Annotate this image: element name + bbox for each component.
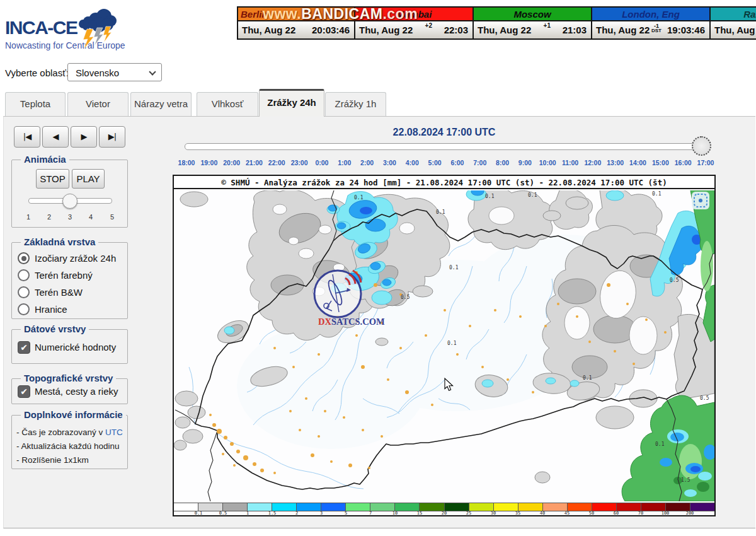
hour-label-3-00[interactable]: 3:00: [378, 159, 401, 166]
svg-text:0.5: 0.5: [670, 277, 679, 283]
svg-text:0.1: 0.1: [652, 191, 662, 197]
hour-label-0-00[interactable]: 0:00: [311, 159, 333, 166]
hour-label-2-00[interactable]: 2:00: [356, 159, 379, 166]
radio-dot: [21, 256, 26, 261]
map-title: © SHMÚ - Analýza zrážok za 24 hod [mm] -…: [174, 176, 714, 189]
svg-text:0.5: 0.5: [700, 395, 709, 401]
tab-vlhkos-[interactable]: Vlhkosť: [197, 92, 258, 116]
locate-icon[interactable]: [692, 192, 709, 209]
tab-zr-ky-24h[interactable]: Zrážky 24h: [259, 89, 324, 117]
hour-label-1-00[interactable]: 1:00: [333, 159, 356, 166]
clock-time: 19:03:46: [667, 25, 705, 35]
hour-label-20-00[interactable]: 20:00: [220, 159, 243, 166]
info-line-update: - Aktualizácia každú hodinu: [16, 441, 120, 451]
base-layer-legend: Základná vrstva: [21, 236, 98, 247]
colorbar-segment: [395, 503, 420, 511]
hour-label-22-00[interactable]: 22:00: [265, 159, 288, 166]
radio-icon[interactable]: [18, 269, 30, 281]
colorbar-label-5: 5: [337, 511, 355, 516]
clock-date-row: Thu, Aug 22+222:03: [355, 21, 472, 38]
nav-last-button[interactable]: ▶|: [99, 126, 125, 148]
clock-city-name: London, Eng: [592, 8, 709, 21]
nav-first-button[interactable]: |◀: [14, 126, 40, 148]
hour-label-7-00[interactable]: 7:00: [469, 159, 491, 166]
svg-text:0.5: 0.5: [401, 294, 410, 300]
colorbar-label-0.5: 0.5: [214, 511, 232, 516]
hour-label-10-00[interactable]: 10:00: [536, 159, 559, 166]
checkbox-label: Mestá, cesty a rieky: [35, 386, 118, 397]
region-select[interactable]: Slovensko: [67, 63, 162, 81]
animation-speed-slider-thumb[interactable]: [62, 194, 77, 209]
nav-prev-button[interactable]: ◀: [42, 126, 69, 148]
clock-date-text: Thu, Aug 22: [359, 25, 413, 35]
hour-label-19-00[interactable]: 19:00: [198, 159, 220, 166]
hour-label-23-00[interactable]: 23:00: [288, 159, 311, 166]
colorbar-segment: [617, 503, 641, 511]
radio-icon[interactable]: [18, 303, 30, 315]
colorbar-label-40: 40: [534, 511, 551, 516]
info-legend: Doplnkové informácie: [21, 409, 126, 420]
hour-label-8-00[interactable]: 8:00: [491, 159, 514, 166]
radio-label: Izočiary zrážok 24h: [35, 253, 116, 264]
colorbar-label-3: 3: [312, 511, 330, 516]
svg-text:1.5: 1.5: [681, 477, 690, 483]
colorbar-label-25: 25: [460, 511, 478, 516]
colorbar-segment: [420, 503, 444, 511]
hour-label-11-00[interactable]: 11:00: [559, 159, 581, 166]
hour-label-21-00[interactable]: 21:00: [243, 159, 265, 166]
hour-label-5-00[interactable]: 5:00: [423, 159, 446, 166]
stop-button[interactable]: STOP: [36, 169, 69, 189]
svg-text:0.1: 0.1: [447, 341, 457, 346]
hour-label-12-00[interactable]: 12:00: [581, 159, 604, 166]
clock-utc-offset: +2: [425, 22, 432, 29]
hour-label-17-00[interactable]: 17:00: [694, 159, 717, 166]
hour-label-18-00[interactable]: 18:00: [175, 159, 198, 166]
hour-label-4-00[interactable]: 4:00: [401, 159, 423, 166]
checkbox-checked-icon[interactable]: ✔: [18, 385, 30, 398]
tab-n-razy-vetra[interactable]: Nárazy vetra: [130, 92, 192, 116]
colorbar-segment: [568, 503, 592, 511]
hour-label-15-00[interactable]: 15:00: [649, 159, 672, 166]
colorbar-label-20: 20: [435, 511, 453, 516]
nav-next-button[interactable]: ▶: [71, 126, 97, 148]
colorbar-segment: [297, 503, 321, 511]
colorbar-segment: [248, 503, 272, 511]
clock-date-row: Thu, Aug 2220:03:46: [238, 21, 354, 38]
colorbar-segment: [445, 503, 469, 511]
tab-zr-ky-1h[interactable]: Zrážky 1h: [325, 92, 386, 116]
colorbar-segment: [469, 503, 494, 511]
svg-text:0.1: 0.1: [485, 194, 495, 199]
colorbar-label-50: 50: [583, 511, 600, 516]
tab-teplota[interactable]: Teplota: [5, 92, 66, 116]
play-button[interactable]: PLAY: [72, 169, 105, 189]
tab-vietor[interactable]: Vietor: [67, 92, 129, 116]
precipitation-map[interactable]: 0.10.10.10.10.10.10.50.10.51.50.10.51.50…: [174, 190, 714, 501]
checkbox-label: Numerické hodnoty: [35, 342, 116, 352]
chevron-down-icon: [149, 68, 156, 75]
radio-label: Terén farebný: [35, 270, 93, 281]
clock-date-row: Thu, Aug 22: [711, 21, 756, 38]
animation-speed-label-1: 1: [22, 213, 35, 221]
hour-label-16-00[interactable]: 16:00: [672, 159, 694, 166]
radio-icon[interactable]: [18, 286, 30, 298]
time-slider-track[interactable]: [185, 143, 709, 150]
colorbar-label-60: 60: [607, 511, 625, 516]
radio-label: Terén B&W: [35, 287, 83, 298]
checkbox-checked-icon[interactable]: ✔: [18, 341, 30, 354]
clock-cell-moscow: MoscowThu, Aug 22+121:03: [472, 6, 592, 40]
hour-label-13-00[interactable]: 13:00: [604, 159, 627, 166]
hour-label-9-00[interactable]: 9:00: [513, 159, 536, 166]
colorbar-segment: [690, 503, 714, 511]
time-slider-thumb[interactable]: [692, 136, 711, 156]
svg-text:0.1: 0.1: [528, 192, 537, 198]
colorbar-label-7: 7: [362, 511, 379, 516]
radio-selected-icon[interactable]: [18, 252, 30, 264]
hour-label-14-00[interactable]: 14:00: [627, 159, 650, 166]
precipitation-colorbar: [174, 503, 714, 511]
utc-link[interactable]: UTC: [105, 428, 123, 437]
colorbar-label-100: 100: [656, 511, 674, 516]
colorbar-segment: [543, 503, 568, 511]
clock-dst-offset: -1DST: [651, 24, 662, 33]
colorbar-label-1: 1: [239, 511, 256, 516]
hour-label-6-00[interactable]: 6:00: [446, 159, 469, 166]
